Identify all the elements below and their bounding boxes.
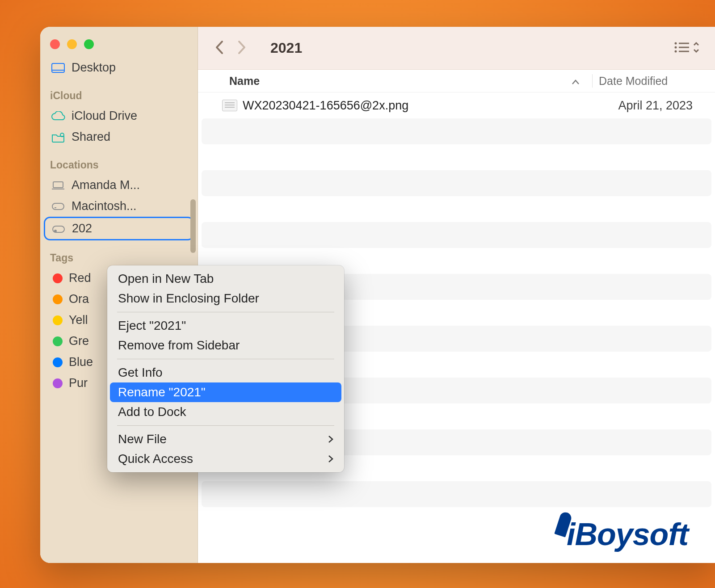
- empty-row: [202, 222, 711, 248]
- sidebar-item-label: iCloud Drive: [72, 109, 137, 123]
- column-date[interactable]: Date Modified: [599, 75, 693, 88]
- ctx-separator: [117, 312, 334, 312]
- sidebar-item-label: Red: [69, 271, 91, 285]
- file-row[interactable]: WX20230421-165656@2x.png April 21, 2023: [198, 92, 715, 118]
- sidebar-item-macintosh[interactable]: Macintosh...: [45, 196, 193, 217]
- sidebar-section-icloud: iCloud: [40, 78, 198, 105]
- ctx-new-file[interactable]: New File: [107, 429, 344, 449]
- disk-image-icon: [51, 223, 66, 235]
- tag-dot-icon: [53, 378, 63, 388]
- sidebar-scrollbar[interactable]: [190, 199, 196, 253]
- svg-point-11: [675, 46, 677, 48]
- file-name-cell: WX20230421-165656@2x.png: [212, 99, 599, 113]
- chevron-right-icon: [237, 40, 247, 55]
- file-name-label: WX20230421-165656@2x.png: [243, 99, 408, 113]
- image-file-icon: [222, 100, 237, 111]
- svg-rect-0: [52, 63, 64, 72]
- sidebar-item-label: Ora: [69, 292, 89, 306]
- context-menu: Open in New Tab Show in Enclosing Folder…: [107, 265, 344, 472]
- sidebar-item-label: Amanda M...: [72, 178, 140, 192]
- ctx-add-dock[interactable]: Add to Dock: [107, 402, 344, 422]
- column-header[interactable]: Name Date Modified: [198, 70, 715, 92]
- ctx-eject[interactable]: Eject "2021": [107, 316, 344, 336]
- sidebar-item-2021[interactable]: 202: [44, 217, 194, 240]
- sidebar-item-label: Pur: [69, 376, 88, 390]
- tag-dot-icon: [53, 273, 63, 283]
- minimize-icon[interactable]: [67, 39, 77, 49]
- sidebar-item-label: Macintosh...: [72, 199, 137, 213]
- empty-row: [198, 196, 715, 222]
- zoom-icon[interactable]: [84, 39, 94, 49]
- empty-row: [202, 170, 711, 196]
- tag-dot-icon: [53, 315, 63, 325]
- ctx-remove-sidebar[interactable]: Remove from Sidebar: [107, 336, 344, 355]
- sidebar-item-desktop[interactable]: Desktop: [45, 57, 193, 78]
- file-date-cell: April 21, 2023: [599, 99, 693, 113]
- ctx-separator: [117, 425, 334, 426]
- laptop-icon: [51, 179, 65, 192]
- ctx-rename[interactable]: Rename "2021": [110, 382, 341, 402]
- sidebar-item-icloud-drive[interactable]: iCloud Drive: [45, 105, 193, 126]
- toolbar: 2021: [198, 27, 715, 70]
- ctx-quick-access[interactable]: Quick Access: [107, 449, 344, 469]
- forward-button[interactable]: [237, 40, 247, 57]
- sidebar-section-locations: Locations: [40, 147, 198, 175]
- ctx-show-enclosing[interactable]: Show in Enclosing Folder: [107, 289, 344, 308]
- tag-dot-icon: [53, 336, 63, 346]
- sort-caret-icon: [572, 75, 580, 88]
- column-divider: [592, 74, 593, 88]
- svg-point-8: [54, 230, 57, 232]
- watermark: iBoysoft: [558, 517, 688, 552]
- sidebar-item-label: Blue: [69, 355, 93, 369]
- window-title: 2021: [270, 40, 302, 56]
- sidebar-item-label: Shared: [72, 130, 110, 144]
- sidebar-item-label: Yell: [69, 313, 88, 327]
- chevron-right-icon: [328, 452, 333, 466]
- ctx-open-new-tab[interactable]: Open in New Tab: [107, 269, 344, 289]
- back-button[interactable]: [214, 40, 224, 57]
- cloud-icon: [51, 110, 65, 122]
- svg-rect-3: [53, 182, 63, 188]
- empty-row: [202, 118, 711, 144]
- tag-dot-icon: [53, 294, 63, 304]
- ctx-separator: [117, 359, 334, 359]
- sidebar-item-shared[interactable]: Shared: [45, 126, 193, 147]
- chevron-right-icon: [328, 432, 333, 446]
- svg-rect-5: [52, 203, 64, 210]
- shared-folder-icon: [51, 131, 65, 143]
- disk-icon: [51, 200, 65, 213]
- view-options-button[interactable]: [673, 40, 699, 57]
- desktop-icon: [51, 62, 65, 74]
- sidebar-item-label: Desktop: [72, 61, 116, 75]
- tag-dot-icon: [53, 357, 63, 367]
- sidebar-item-label: 202: [72, 222, 92, 235]
- chevron-left-icon: [214, 40, 224, 55]
- sidebar-item-amanda[interactable]: Amanda M...: [45, 175, 193, 196]
- sidebar-item-label: Gre: [69, 334, 89, 348]
- empty-row: [202, 481, 711, 507]
- column-name[interactable]: Name: [229, 75, 572, 88]
- ctx-get-info[interactable]: Get Info: [107, 363, 344, 382]
- svg-point-13: [675, 50, 677, 52]
- list-view-icon: [673, 40, 699, 55]
- empty-row: [198, 144, 715, 170]
- close-icon[interactable]: [50, 39, 60, 49]
- svg-point-9: [675, 42, 677, 44]
- window-controls: [40, 36, 198, 57]
- sidebar-section-tags: Tags: [40, 240, 198, 268]
